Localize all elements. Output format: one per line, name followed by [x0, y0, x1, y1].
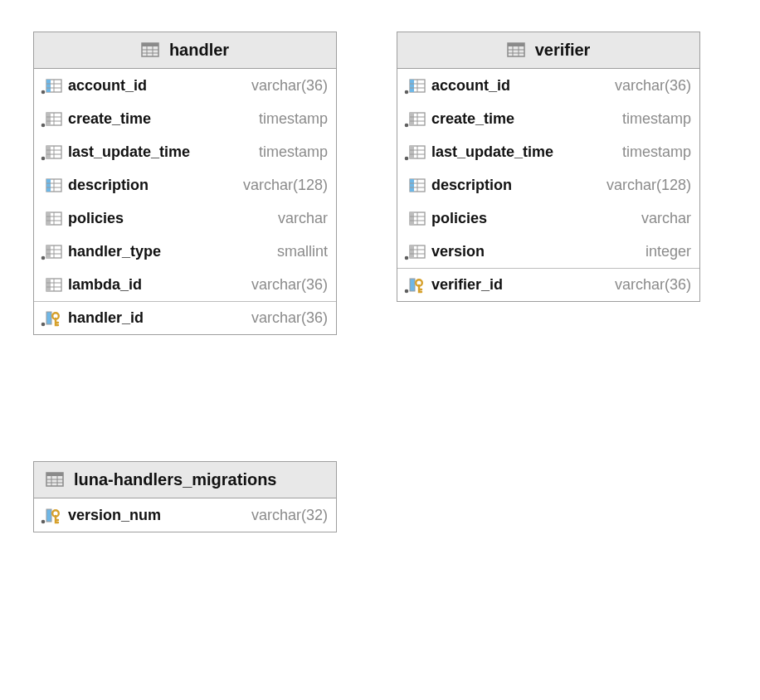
svg-rect-92 [46, 473, 63, 476]
column-row: handler_type smallint [34, 235, 336, 268]
column-name: last_update_time [431, 143, 553, 161]
svg-rect-46 [46, 312, 51, 324]
column-icon [41, 244, 62, 260]
column-type: integer [646, 243, 691, 260]
svg-point-34 [41, 255, 46, 260]
column-icon [404, 78, 426, 95]
column-row: version integer [397, 235, 699, 268]
column-icon [404, 144, 426, 161]
table-icon [46, 472, 67, 489]
column-row: create_time timestamp [34, 102, 336, 135]
column-row: create_time timestamp [397, 102, 699, 135]
column-icon [41, 78, 62, 95]
svg-rect-68 [410, 146, 414, 158]
column-name: version [431, 243, 485, 260]
column-name: handler_type [68, 243, 161, 260]
column-type: varchar [641, 210, 691, 227]
table-header: verifier [397, 32, 699, 69]
column-name: version_num [68, 507, 161, 524]
svg-rect-56 [410, 80, 414, 92]
column-type: varchar(36) [251, 77, 328, 95]
column-icon [404, 177, 426, 194]
svg-rect-20 [46, 146, 51, 158]
column-type: varchar(36) [251, 309, 328, 327]
column-name: lambda_id [68, 276, 142, 294]
column-row: policies varchar [397, 202, 699, 235]
column-type: varchar(32) [251, 507, 328, 524]
key-icon [41, 310, 62, 327]
column-type: timestamp [622, 143, 691, 161]
column-icon [41, 211, 62, 227]
svg-rect-25 [46, 179, 51, 192]
table-icon [507, 42, 529, 59]
svg-rect-89 [410, 279, 415, 291]
table-title: luna-handlers_migrations [74, 470, 277, 489]
primary-key-row: handler_id varchar(36) [34, 301, 336, 334]
svg-rect-73 [410, 179, 414, 192]
table-entity-migrations: luna-handlers_migrations version_num var… [33, 461, 337, 532]
column-row: account_id varchar(36) [397, 69, 699, 102]
svg-point-6 [41, 90, 46, 94]
svg-rect-1 [142, 43, 158, 46]
key-icon [41, 508, 62, 524]
svg-rect-14 [46, 113, 51, 125]
primary-key-row: version_num varchar(32) [34, 498, 336, 532]
column-type: smallint [277, 243, 328, 260]
column-icon [41, 144, 62, 161]
svg-rect-49 [508, 43, 524, 46]
svg-rect-8 [46, 80, 51, 92]
svg-point-12 [41, 123, 46, 127]
column-type: varchar(36) [615, 276, 691, 294]
table-header: handler [34, 32, 336, 69]
svg-rect-84 [410, 245, 414, 258]
svg-rect-30 [46, 212, 51, 225]
column-list: account_id varchar(36) create_time times… [397, 69, 699, 301]
column-icon [41, 177, 62, 194]
column-icon [404, 244, 426, 260]
table-icon [141, 42, 163, 59]
table-entity-handler: handler account_id varchar(36) create_ti… [33, 32, 337, 335]
column-name: verifier_id [431, 276, 503, 294]
table-header: luna-handlers_migrations [34, 462, 336, 498]
column-type: timestamp [622, 110, 691, 128]
column-name: description [68, 177, 149, 194]
column-icon [404, 111, 426, 128]
column-row: account_id varchar(36) [34, 69, 336, 102]
column-icon [404, 211, 426, 227]
column-name: policies [431, 210, 487, 227]
table-entity-verifier: verifier account_id varchar(36) create_t… [397, 32, 700, 302]
column-name: last_update_time [68, 143, 190, 161]
svg-rect-36 [46, 245, 51, 258]
column-type: varchar(128) [243, 177, 328, 194]
column-row: lambda_id varchar(36) [34, 268, 336, 301]
column-name: policies [68, 210, 124, 227]
column-type: timestamp [259, 110, 328, 128]
column-type: varchar [278, 210, 328, 227]
svg-point-18 [41, 156, 46, 160]
column-row: policies varchar [34, 202, 336, 235]
column-name: account_id [431, 77, 510, 95]
column-row: description varchar(128) [397, 168, 699, 202]
svg-point-88 [405, 289, 409, 293]
column-type: varchar(36) [615, 77, 691, 95]
column-row: last_update_time timestamp [34, 135, 336, 168]
table-title: verifier [535, 41, 591, 60]
svg-rect-41 [46, 279, 51, 291]
table-title: handler [169, 41, 229, 60]
column-name: description [431, 177, 512, 194]
svg-rect-78 [410, 212, 414, 225]
key-icon [404, 277, 426, 294]
column-icon [41, 111, 62, 128]
column-type: timestamp [259, 143, 328, 161]
svg-rect-98 [46, 509, 51, 522]
column-name: handler_id [68, 309, 144, 327]
column-type: varchar(128) [607, 177, 691, 194]
svg-point-82 [405, 255, 409, 260]
column-icon [41, 277, 62, 294]
column-row: description varchar(128) [34, 168, 336, 202]
svg-point-66 [405, 156, 409, 160]
svg-point-54 [405, 90, 409, 94]
svg-rect-62 [410, 113, 414, 125]
primary-key-row: verifier_id varchar(36) [397, 268, 699, 301]
column-name: account_id [68, 77, 147, 95]
